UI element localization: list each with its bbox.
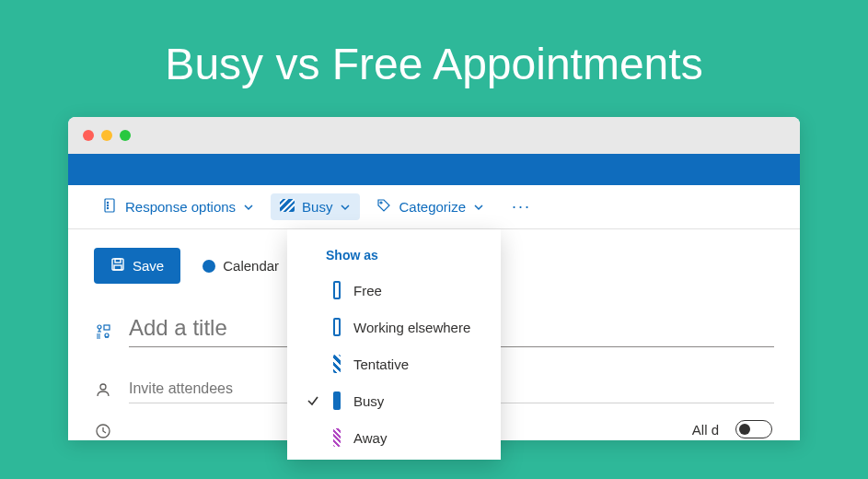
tag-icon [376, 198, 391, 216]
svg-rect-8 [114, 265, 122, 270]
save-icon [110, 257, 125, 275]
free-swatch-icon [333, 281, 341, 299]
title-decorator-icon [94, 322, 112, 341]
option-label: Free [353, 283, 382, 298]
chevron-down-icon [243, 202, 254, 213]
show-as-button[interactable]: Busy [271, 193, 360, 220]
away-swatch-icon [333, 428, 341, 447]
show-as-dropdown: Show as Free Working elsewhere Tentative [287, 229, 501, 460]
svg-point-5 [380, 202, 382, 204]
app-window: Response options Busy [68, 117, 800, 440]
option-label: Busy [353, 393, 384, 409]
svg-rect-0 [105, 199, 114, 212]
svg-point-12 [100, 384, 106, 390]
toggle-knob-icon [739, 424, 750, 435]
svg-point-11 [105, 333, 109, 337]
clock-icon [94, 422, 112, 440]
person-icon [94, 380, 112, 399]
working-elsewhere-swatch-icon [333, 318, 341, 336]
window-controls [83, 130, 131, 141]
show-as-label: Busy [302, 199, 332, 215]
svg-rect-7 [115, 259, 121, 263]
busy-swatch-icon [280, 199, 295, 215]
response-options-label: Response options [125, 199, 236, 215]
toolbar: Response options Busy [68, 185, 800, 229]
calendar-indicator[interactable]: Calendar [203, 258, 279, 274]
ribbon-bar [68, 154, 800, 185]
busy-swatch-icon [333, 391, 341, 410]
svg-point-2 [107, 204, 108, 205]
status-option-away[interactable]: Away [287, 419, 501, 456]
status-option-working-elsewhere[interactable]: Working elsewhere [287, 309, 501, 345]
status-option-busy[interactable]: Busy [287, 382, 501, 419]
maximize-icon[interactable] [120, 130, 131, 141]
window-titlebar [68, 117, 800, 154]
allday-toggle[interactable] [735, 420, 772, 438]
tentative-swatch-icon [333, 355, 341, 373]
option-label: Working elsewhere [353, 320, 470, 335]
save-label: Save [133, 258, 164, 274]
page-title: Busy vs Free Appointments [0, 0, 868, 117]
option-label: Tentative [353, 356, 409, 372]
svg-point-1 [107, 202, 108, 203]
allday-label: All d [692, 422, 719, 438]
categorize-label: Categorize [399, 199, 466, 215]
svg-point-9 [98, 325, 101, 329]
option-label: Away [353, 430, 387, 446]
minimize-icon[interactable] [101, 130, 112, 141]
calendar-color-icon [203, 260, 215, 273]
chevron-down-icon [340, 202, 351, 213]
close-icon[interactable] [83, 130, 94, 141]
status-option-free[interactable]: Free [287, 272, 501, 309]
categorize-button[interactable]: Categorize [367, 193, 493, 221]
svg-point-3 [107, 207, 108, 208]
chevron-down-icon [473, 202, 484, 213]
save-button[interactable]: Save [94, 248, 180, 284]
status-option-tentative[interactable]: Tentative [287, 345, 501, 382]
svg-rect-10 [104, 325, 110, 330]
dropdown-header: Show as [287, 242, 501, 272]
overflow-menu-icon[interactable]: ··· [501, 197, 542, 216]
response-options-icon [103, 198, 118, 216]
response-options-button[interactable]: Response options [94, 193, 263, 221]
check-icon [306, 394, 320, 407]
calendar-label: Calendar [223, 258, 279, 274]
event-form: Save Calendar [68, 229, 800, 440]
